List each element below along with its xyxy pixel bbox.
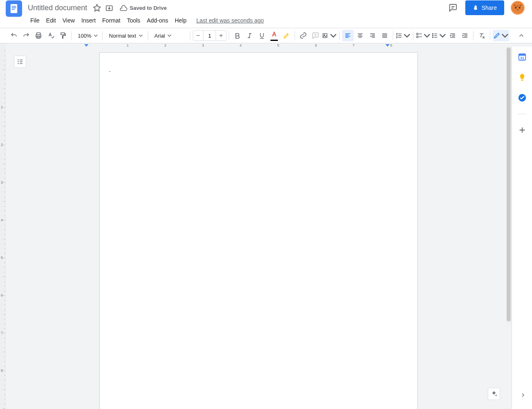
svg-point-7 bbox=[515, 7, 516, 9]
ruler-v-number: 6 bbox=[1, 293, 3, 297]
ruler-v-number: 2 bbox=[1, 143, 3, 147]
page[interactable] bbox=[99, 52, 418, 409]
paragraph-style-select[interactable]: Normal text bbox=[105, 30, 145, 41]
ruler-v-number: 5 bbox=[1, 256, 3, 260]
align-justify-button[interactable] bbox=[379, 30, 390, 41]
insert-link-button[interactable] bbox=[298, 30, 309, 41]
bulleted-list-button[interactable] bbox=[431, 30, 446, 41]
align-right-button[interactable] bbox=[367, 30, 378, 41]
get-addons-icon[interactable] bbox=[518, 126, 527, 135]
font-size-input[interactable] bbox=[203, 31, 216, 40]
side-panel: 31 bbox=[512, 47, 532, 409]
checklist-button[interactable] bbox=[416, 30, 431, 41]
vertical-scrollbar[interactable] bbox=[506, 47, 512, 325]
toolbar: 100% Normal text Arial − + bbox=[0, 28, 532, 43]
menu-edit[interactable]: Edit bbox=[43, 16, 59, 25]
align-left-button[interactable] bbox=[342, 30, 354, 41]
svg-rect-1 bbox=[12, 6, 16, 7]
document-outline-button[interactable] bbox=[14, 56, 26, 68]
menubar: File Edit View Insert Format Tools Add-o… bbox=[0, 15, 532, 26]
font-family-select[interactable]: Arial bbox=[151, 30, 187, 41]
svg-rect-16 bbox=[417, 36, 418, 38]
redo-button[interactable] bbox=[20, 30, 32, 41]
save-status[interactable]: Saved to Drive bbox=[120, 4, 167, 11]
paragraph-style-value: Normal text bbox=[109, 33, 136, 39]
calendar-app-icon[interactable]: 31 bbox=[518, 52, 527, 61]
svg-point-18 bbox=[433, 35, 433, 36]
increase-indent-button[interactable] bbox=[459, 30, 471, 41]
add-comment-button[interactable] bbox=[310, 30, 321, 41]
bold-button[interactable] bbox=[232, 30, 243, 41]
spellcheck-button[interactable] bbox=[45, 30, 56, 41]
menu-file[interactable]: File bbox=[27, 16, 43, 25]
vertical-ruler[interactable]: 12345678 bbox=[0, 47, 6, 409]
font-size-increase-button[interactable]: + bbox=[216, 31, 226, 40]
svg-rect-21 bbox=[518, 54, 525, 56]
svg-rect-15 bbox=[417, 33, 418, 35]
font-size-decrease-button[interactable]: − bbox=[193, 31, 203, 40]
zoom-value: 100% bbox=[78, 33, 91, 39]
svg-text:31: 31 bbox=[520, 56, 524, 60]
font-family-value: Arial bbox=[154, 33, 165, 39]
editing-mode-button[interactable] bbox=[493, 30, 509, 41]
menu-addons[interactable]: Add-ons bbox=[144, 16, 171, 25]
highlight-color-button[interactable] bbox=[281, 30, 292, 41]
svg-point-17 bbox=[433, 34, 433, 34]
zoom-select[interactable]: 100% bbox=[74, 30, 100, 41]
svg-rect-5 bbox=[474, 7, 476, 9]
ruler-v-number: 4 bbox=[1, 218, 3, 222]
share-button-label: Share bbox=[482, 4, 497, 11]
document-canvas[interactable] bbox=[6, 47, 512, 409]
undo-button[interactable] bbox=[8, 30, 20, 41]
menu-format[interactable]: Format bbox=[99, 16, 124, 25]
star-icon[interactable] bbox=[93, 4, 101, 12]
clear-formatting-button[interactable] bbox=[476, 30, 487, 41]
print-button[interactable] bbox=[33, 30, 44, 41]
menu-insert[interactable]: Insert bbox=[78, 16, 99, 25]
svg-rect-0 bbox=[11, 4, 18, 13]
font-size-group: − + bbox=[193, 30, 226, 41]
ruler-v-number: 8 bbox=[1, 369, 3, 373]
keep-app-icon[interactable] bbox=[518, 73, 527, 82]
account-avatar[interactable] bbox=[511, 1, 525, 15]
save-status-text: Saved to Drive bbox=[130, 5, 167, 11]
svg-point-6 bbox=[512, 2, 524, 14]
svg-rect-23 bbox=[521, 80, 523, 81]
tasks-app-icon[interactable] bbox=[518, 93, 527, 102]
decrease-indent-button[interactable] bbox=[447, 30, 458, 41]
document-title[interactable]: Untitled document bbox=[26, 3, 89, 13]
svg-point-8 bbox=[519, 7, 521, 9]
text-color-button[interactable] bbox=[268, 30, 280, 41]
svg-rect-3 bbox=[12, 9, 15, 10]
ruler-v-number: 1 bbox=[1, 105, 3, 109]
ruler-v-number: 7 bbox=[1, 331, 3, 335]
move-icon[interactable] bbox=[105, 4, 113, 12]
hide-side-panel-button[interactable] bbox=[520, 392, 526, 400]
text-cursor bbox=[110, 71, 110, 72]
italic-button[interactable] bbox=[244, 30, 255, 41]
hide-menus-button[interactable] bbox=[516, 30, 527, 41]
svg-rect-12 bbox=[61, 33, 65, 35]
align-center-button[interactable] bbox=[354, 30, 366, 41]
menu-tools[interactable]: Tools bbox=[124, 16, 144, 25]
underline-button[interactable] bbox=[256, 30, 268, 41]
svg-point-19 bbox=[433, 37, 433, 38]
explore-button[interactable] bbox=[488, 388, 500, 400]
share-button[interactable]: Share bbox=[465, 0, 504, 15]
menu-help[interactable]: Help bbox=[171, 16, 190, 25]
last-edit-link[interactable]: Last edit was seconds ago bbox=[196, 17, 264, 24]
ruler-v-number: 3 bbox=[1, 180, 3, 184]
open-comments-button[interactable] bbox=[446, 0, 460, 15]
insert-image-button[interactable] bbox=[322, 30, 337, 41]
docs-logo[interactable] bbox=[6, 0, 22, 17]
paint-format-button[interactable] bbox=[57, 30, 69, 41]
svg-rect-2 bbox=[12, 7, 16, 8]
line-spacing-button[interactable] bbox=[396, 30, 410, 41]
menu-view[interactable]: View bbox=[59, 16, 78, 25]
